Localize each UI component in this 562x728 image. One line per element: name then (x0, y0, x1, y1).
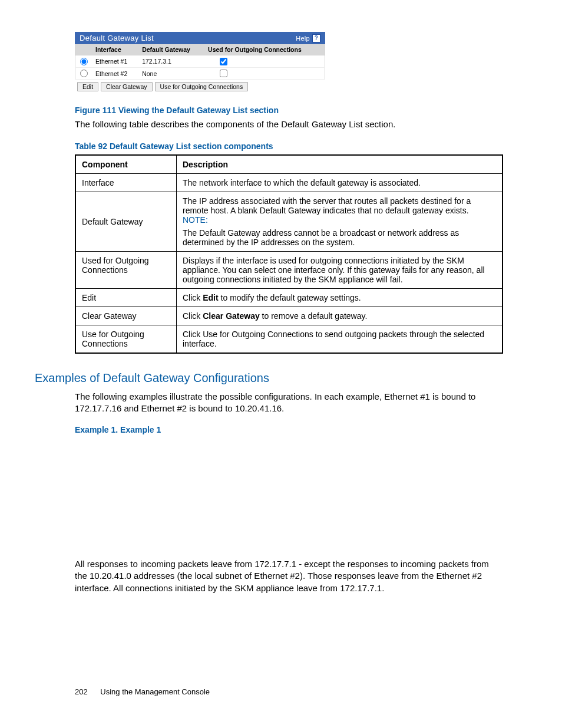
outgoing-checkbox[interactable] (220, 70, 227, 77)
page-number: 202 (75, 687, 88, 696)
clear-gateway-button[interactable]: Clear Gateway (101, 82, 152, 91)
cell-name: Used for Outgoing Connections (75, 251, 177, 288)
gateway-table: Interface Default Gateway Used for Outgo… (75, 44, 325, 80)
table-row: Default Gateway The IP address associate… (75, 192, 503, 251)
use-outgoing-button[interactable]: Use for Outgoing Connections (155, 82, 249, 91)
components-table: Component Description Interface The netw… (75, 154, 503, 354)
examples-intro: The following examples illustrate the po… (75, 391, 503, 415)
panel-titlebar: Default Gateway List Help ? (75, 32, 325, 44)
cell-interface: Ethernet #2 (92, 67, 138, 80)
note-label: NOTE: (183, 215, 208, 225)
table-row: Use for Outgoing Connections Click Use f… (75, 325, 503, 353)
desc-part1: The IP address associated with the serve… (183, 196, 471, 215)
table-row: Edit Click Edit to modify the default ga… (75, 288, 503, 307)
desc-part2: The Default Gateway address cannot be a … (183, 228, 459, 247)
figure-caption: Figure 111 Viewing the Default Gateway L… (75, 106, 503, 115)
th-description: Description (177, 155, 503, 174)
help-icon: ? (312, 34, 320, 42)
edit-button[interactable]: Edit (77, 82, 98, 91)
panel-button-row: Edit Clear Gateway Use for Outgoing Conn… (75, 80, 325, 95)
cell-name: Interface (75, 173, 177, 192)
table-row: Clear Gateway Click Clear Gateway to rem… (75, 307, 503, 325)
example-figure-placeholder (75, 438, 503, 556)
pre-text: Click (183, 311, 203, 321)
help-link[interactable]: Help ? (296, 34, 320, 42)
help-label: Help (296, 35, 310, 42)
cell-interface: Ethernet #1 (92, 55, 138, 68)
cell-gateway: 172.17.3.1 (138, 55, 204, 68)
row-select-radio[interactable] (80, 70, 88, 77)
cell-desc: Click Clear Gateway to remove a default … (177, 307, 503, 325)
footer-title: Using the Management Console (100, 687, 210, 696)
header-gateway: Default Gateway (138, 44, 204, 55)
section-heading: Examples of Default Gateway Configuratio… (35, 371, 503, 385)
table-row: Ethernet #1 172.17.3.1 (75, 55, 325, 68)
table-row: Interface The network interface to which… (75, 173, 503, 192)
bold-text: Edit (203, 293, 218, 302)
cell-name: Clear Gateway (75, 307, 177, 325)
bold-text: Clear Gateway (203, 311, 260, 321)
row-select-radio[interactable] (80, 58, 88, 65)
cell-desc: The network interface to which the defau… (177, 173, 503, 192)
cell-name: Default Gateway (75, 192, 177, 251)
cell-gateway: None (138, 67, 204, 80)
cell-name: Use for Outgoing Connections (75, 325, 177, 353)
cell-desc: Displays if the interface is used for ou… (177, 251, 503, 288)
pre-text: Click (183, 293, 203, 302)
cell-desc: Click Use for Outgoing Connections to se… (177, 325, 503, 353)
post-text: to modify the default gateway settings. (219, 293, 361, 302)
default-gateway-list-panel: Default Gateway List Help ? Interface De… (75, 32, 325, 95)
cell-name: Edit (75, 288, 177, 307)
page-footer: 202 Using the Management Console (75, 687, 210, 696)
cell-desc: The IP address associated with the serve… (177, 192, 503, 251)
header-used: Used for Outgoing Connections (204, 44, 325, 55)
cell-desc: Click Edit to modify the default gateway… (177, 288, 503, 307)
table-row: Ethernet #2 None (75, 67, 325, 80)
header-blank (75, 44, 92, 55)
example-caption: Example 1. Example 1 (75, 425, 503, 434)
example-body: All responses to incoming packets leave … (75, 558, 503, 594)
outgoing-checkbox[interactable] (220, 58, 227, 65)
header-interface: Interface (92, 44, 138, 55)
panel-title: Default Gateway List (80, 34, 154, 42)
table-row: Used for Outgoing Connections Displays i… (75, 251, 503, 288)
post-text: to remove a default gateway. (260, 311, 368, 321)
table-caption: Table 92 Default Gateway List section co… (75, 141, 503, 151)
intro-text: The following table describes the compon… (75, 118, 503, 130)
th-component: Component (75, 155, 177, 174)
